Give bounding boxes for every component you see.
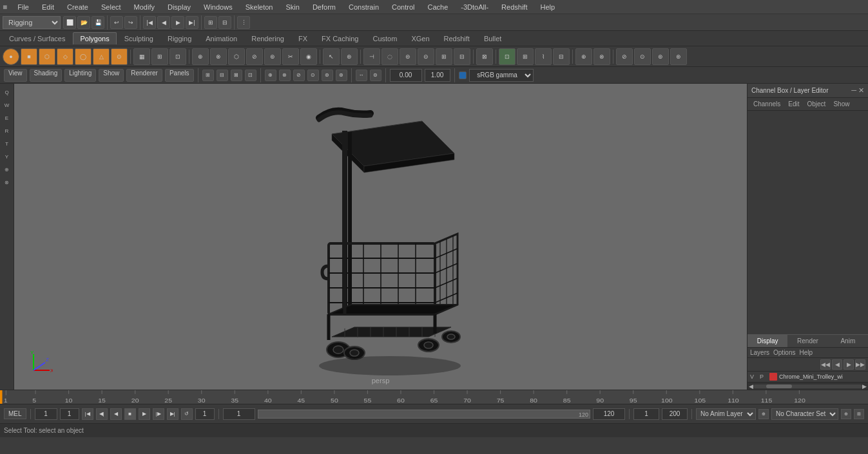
- disk-icon[interactable]: ⊙: [111, 48, 128, 65]
- layer-end-icon[interactable]: ▶▶: [855, 359, 865, 370]
- layer-back-icon[interactable]: ◀: [832, 359, 842, 370]
- anim-next-key-btn[interactable]: |▶: [153, 408, 164, 420]
- left-icon-6[interactable]: Y: [1, 151, 13, 162]
- anim-range-start[interactable]: [223, 408, 255, 420]
- rp-tab-channels[interactable]: Channels: [751, 100, 782, 108]
- new-icon[interactable]: ⬜: [63, 16, 76, 29]
- rp-tab-object[interactable]: Object: [805, 100, 828, 108]
- right-panel-scroll[interactable]: ◀ ▶: [747, 382, 868, 390]
- timeline[interactable]: 1 5 10 15 20 25 30 35 40 45 50 55: [0, 390, 868, 404]
- crease-icon[interactable]: ⊜: [400, 48, 416, 65]
- mode-selector[interactable]: Rigging Modeling Rigging Animation FX Re…: [3, 16, 61, 29]
- undo-icon[interactable]: ↩: [110, 16, 123, 29]
- menu-file[interactable]: File: [15, 2, 32, 12]
- vp-icon-1[interactable]: ⊞: [202, 70, 214, 81]
- xray-icon[interactable]: ⊘: [616, 48, 633, 65]
- smooth-icon[interactable]: ◌: [381, 48, 398, 65]
- vp-icon-7[interactable]: ⊘: [293, 70, 305, 81]
- layer-fwd-icon[interactable]: ▶: [844, 359, 854, 370]
- isolate-icon[interactable]: ⊙: [634, 48, 651, 65]
- torus-icon[interactable]: ◯: [75, 48, 92, 65]
- panel-close-icon[interactable]: ✕: [858, 86, 864, 95]
- tab-rigging[interactable]: Rigging: [161, 33, 198, 44]
- vp-value1-input[interactable]: [390, 69, 422, 82]
- anim-icon-3[interactable]: ▶: [171, 16, 184, 29]
- tab-polygons[interactable]: Polygons: [73, 32, 116, 44]
- render-icon-2[interactable]: ⊟: [218, 16, 231, 29]
- extrude-icon[interactable]: ⊕: [192, 48, 209, 65]
- menu-edit[interactable]: Edit: [39, 2, 57, 12]
- menu-windows[interactable]: Windows: [201, 2, 235, 12]
- vp-icon-10[interactable]: ⊛: [336, 70, 347, 81]
- anim-range-bar[interactable]: 120: [258, 410, 590, 419]
- panel-minimize-icon[interactable]: ─: [851, 86, 856, 95]
- menu-redshift[interactable]: Redshift: [499, 2, 530, 12]
- vp-icon-9[interactable]: ⊚: [322, 70, 333, 81]
- anim-stop-btn[interactable]: ■: [124, 408, 136, 420]
- menu-help[interactable]: Help: [537, 2, 557, 12]
- menu-create[interactable]: Create: [64, 2, 91, 12]
- vp-lighting-btn[interactable]: Lighting: [64, 69, 96, 82]
- anim-icon-2[interactable]: ◀: [157, 16, 170, 29]
- edge-select-icon[interactable]: ⊞: [151, 48, 168, 65]
- menu-cache[interactable]: Cache: [425, 2, 451, 12]
- tab-xgen[interactable]: XGen: [405, 33, 436, 44]
- cube-icon[interactable]: ■: [21, 48, 37, 65]
- left-icon-1[interactable]: Q: [1, 86, 13, 98]
- vertex-select-icon[interactable]: ⊡: [169, 48, 186, 65]
- menu-constrain[interactable]: Constrain: [346, 2, 381, 12]
- select-icon[interactable]: ↖: [323, 48, 340, 65]
- viewport[interactable]: persp X Y Z: [14, 84, 747, 390]
- display-tab-anim[interactable]: Anim: [828, 335, 868, 347]
- vp-icon-6[interactable]: ⊗: [279, 70, 291, 81]
- bridge-icon[interactable]: ⊗: [210, 48, 227, 65]
- tab-rendering[interactable]: Rendering: [245, 33, 291, 44]
- char-set-icon[interactable]: ⊕: [841, 409, 851, 419]
- snap-point-icon[interactable]: ⊡: [499, 48, 516, 65]
- left-icon-5[interactable]: T: [1, 138, 13, 149]
- frame-start-input[interactable]: [60, 408, 79, 420]
- vp-shading-btn[interactable]: Shading: [30, 69, 63, 82]
- merge-icon[interactable]: ⊘: [246, 48, 263, 65]
- layers-menu-layers[interactable]: Layers: [750, 349, 769, 356]
- char-set-icon-2[interactable]: ⊞: [854, 409, 864, 419]
- anim-back-btn[interactable]: ◀: [110, 408, 122, 420]
- fps-end-input[interactable]: [662, 408, 688, 420]
- combine-icon[interactable]: ⊝: [418, 48, 434, 65]
- tab-sculpting[interactable]: Sculpting: [118, 33, 160, 44]
- menu-skeleton[interactable]: Skeleton: [243, 2, 276, 12]
- vp-show-btn[interactable]: Show: [99, 69, 124, 82]
- anim-layer-icon[interactable]: ⊕: [758, 409, 769, 419]
- menu-select[interactable]: Select: [99, 2, 124, 12]
- snap-surface-icon[interactable]: ⊟: [553, 48, 570, 65]
- menu-3dtoall[interactable]: -3DtoAll-: [458, 2, 491, 12]
- layers-menu-help[interactable]: Help: [799, 349, 813, 356]
- cone-icon[interactable]: △: [93, 48, 110, 65]
- snap-curve-icon[interactable]: ⌇: [535, 48, 552, 65]
- open-icon[interactable]: 📂: [77, 16, 90, 29]
- timeline-ruler[interactable]: 1 5 10 15 20 25 30 35 40 45 50 55: [0, 390, 868, 404]
- rp-tab-show[interactable]: Show: [831, 100, 851, 108]
- layer-prev-icon[interactable]: ◀◀: [820, 359, 831, 370]
- menu-deform[interactable]: Deform: [310, 2, 338, 12]
- left-icon-8[interactable]: ⊗: [1, 176, 13, 188]
- soft-select-icon[interactable]: ⊗: [593, 48, 610, 65]
- tab-custom[interactable]: Custom: [367, 33, 404, 44]
- rp-tab-edit[interactable]: Edit: [786, 100, 801, 108]
- tab-animation[interactable]: Animation: [199, 33, 244, 44]
- vp-panels-btn[interactable]: Panels: [165, 69, 194, 82]
- anim-prev-key-btn[interactable]: ◀|: [96, 408, 108, 420]
- menu-display[interactable]: Display: [165, 2, 193, 12]
- tab-curves-surfaces[interactable]: Curves / Surfaces: [3, 33, 72, 44]
- lasso-icon[interactable]: ⊛: [341, 48, 358, 65]
- bevel-icon[interactable]: ⬡: [228, 48, 245, 65]
- vp-renderer-btn[interactable]: Renderer: [126, 69, 162, 82]
- vp-view-btn[interactable]: View: [4, 69, 27, 82]
- separate-icon[interactable]: ⊞: [436, 48, 452, 65]
- anim-last-btn[interactable]: ▶|: [167, 408, 178, 420]
- anim-icon-1[interactable]: |◀: [143, 16, 156, 29]
- vp-icon-8[interactable]: ⊙: [307, 70, 319, 81]
- vp-icon-11[interactable]: ↔: [356, 70, 367, 81]
- cut-icon[interactable]: ✂: [282, 48, 299, 65]
- menu-skin[interactable]: Skin: [283, 2, 302, 12]
